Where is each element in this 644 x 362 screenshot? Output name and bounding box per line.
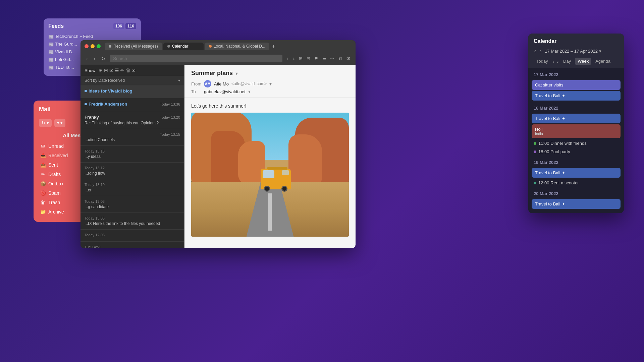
unread-dot xyxy=(85,90,87,92)
mail-subject: ...er xyxy=(85,188,180,192)
nav-icon-5[interactable]: ⚑ xyxy=(313,55,320,62)
table-row[interactable]: Today 13:13 ...y ideas xyxy=(80,146,184,163)
sort-bar: Sort by Date Received ▾ xyxy=(80,76,184,85)
nav-icon-7[interactable]: ✏ xyxy=(329,55,335,62)
filter-button[interactable]: ▾ ▾ xyxy=(54,119,66,127)
tab-icon xyxy=(109,45,111,48)
rss-icon: 📰 xyxy=(48,34,53,39)
feed-name: TED Tal... xyxy=(55,65,74,70)
tab-mail[interactable]: Received (All Messages) xyxy=(105,43,162,50)
nav-icon-8[interactable]: 🗑 xyxy=(337,55,344,62)
reload-button[interactable]: ↻ xyxy=(100,55,107,62)
tab-week[interactable]: Week xyxy=(575,58,591,65)
nav-label: Archive xyxy=(48,209,64,215)
unread-dot xyxy=(85,103,87,105)
sender-name: Franky xyxy=(85,115,99,120)
nav-icon-6[interactable]: ☰ xyxy=(321,55,328,62)
event-dot-icon xyxy=(534,142,536,145)
email-menu-button[interactable]: ▾ xyxy=(235,71,238,76)
email-subject: Summer plans xyxy=(191,70,233,77)
maximize-button[interactable] xyxy=(97,44,101,48)
calendar-day-header: 20 Mar 2022 xyxy=(528,187,624,198)
add-tab-button[interactable]: + xyxy=(271,43,276,50)
feeds-badge-1: 106 xyxy=(113,23,124,29)
rss-icon: 📰 xyxy=(48,42,53,47)
nav-icon-2[interactable]: ↓ xyxy=(291,55,297,62)
drafts-icon: ✏ xyxy=(40,172,46,177)
table-row[interactable]: Today 13:10 ...er xyxy=(80,179,184,196)
table-row[interactable]: Ideas for Vivaldi blog xyxy=(80,85,184,98)
show-dropdown[interactable]: ⊞ ⊟ ✉ ☰ ✏ 🗑 ✉ xyxy=(99,68,136,73)
mail-client: Show: ⊞ ⊟ ✉ ☰ ✏ 🗑 ✉ Sort by Date Receive… xyxy=(80,65,356,248)
mail-subject: ...D: Here's the link to the files you n… xyxy=(85,221,180,226)
calendar-event[interactable]: Travel to Bali ✈ xyxy=(532,168,621,178)
calendar-event[interactable]: Travel to Bali ✈ xyxy=(532,91,621,101)
calendar-panel: Calendar ‹ › 17 Mar 2022 – 17 Apr 2022 ▾… xyxy=(528,34,624,213)
forward-button[interactable]: › xyxy=(92,55,97,62)
calendar-event-dot[interactable]: 12:00 Rent a scooter xyxy=(528,179,624,187)
to-dropdown-button[interactable]: ▾ xyxy=(248,89,251,94)
table-row[interactable]: Franky Today 13:20 Re: Thinking of buyin… xyxy=(80,111,184,129)
calendar-view-tabs: Day Week Agenda xyxy=(560,58,613,65)
nav-label: Trash xyxy=(48,200,60,205)
mail-time: Tue 14:51 xyxy=(85,245,101,248)
cal-prev-nav[interactable]: ‹ xyxy=(552,58,555,65)
cal-next-nav[interactable]: › xyxy=(556,58,559,65)
table-row[interactable]: Today 13:08 ...g candidate xyxy=(80,196,184,213)
calendar-day-header: 17 Mar 2022 xyxy=(528,68,624,79)
rss-icon: 📰 xyxy=(48,65,53,70)
table-row[interactable]: Today 13:06 ...D: Here's the link to the… xyxy=(80,213,184,230)
traffic-lights xyxy=(85,44,101,48)
today-button[interactable]: Today xyxy=(534,58,551,65)
from-dropdown-button[interactable]: ▾ xyxy=(269,81,272,86)
sender-name: Fredrik Andersson xyxy=(85,102,127,107)
mail-time: Today 13:08 xyxy=(85,199,105,203)
sent-icon: 📤 xyxy=(40,162,46,168)
nav-icon-1[interactable]: ↑ xyxy=(285,55,290,62)
tab-label: Received (All Messages) xyxy=(113,44,158,49)
mail-time: Today 12:05 xyxy=(85,233,105,237)
calendar-prev-button[interactable]: ‹ xyxy=(534,48,537,54)
back-button[interactable]: ‹ xyxy=(85,55,90,62)
nav-icon-3[interactable]: ⊞ xyxy=(298,55,304,62)
calendar-event[interactable]: Travel to Bali ✈ xyxy=(532,114,621,123)
table-row[interactable]: Fredrik Andersson Today 13:36 xyxy=(80,98,184,111)
close-button[interactable] xyxy=(85,44,89,48)
calendar-event-dot[interactable]: 11:00 Dinner with friends xyxy=(528,139,624,147)
mail-time: Today 13:36 xyxy=(160,102,180,106)
mail-time: Today 13:10 xyxy=(85,183,105,187)
nav-icons: ↑ ↓ ⊞ ⊟ ⚑ ☰ ✏ 🗑 ✉ xyxy=(285,55,352,62)
mail-subject: ...y ideas xyxy=(85,154,180,159)
sort-dropdown-button[interactable]: ▾ xyxy=(178,78,180,83)
table-row[interactable]: Tue 14:51 @ Tue, Mar 15 2022 13:00 CET xyxy=(80,242,184,248)
nav-label: Received xyxy=(48,153,68,158)
calendar-event[interactable]: Holi India xyxy=(532,124,621,138)
calendar-day-header: 19 Mar 2022 xyxy=(528,156,624,167)
calendar-date-range: 17 Mar 2022 – 17 Apr 2022 ▾ xyxy=(545,49,619,54)
table-row[interactable]: Today 13:12 ...rding flow xyxy=(80,163,184,179)
refresh-button[interactable]: ↻ ▾ xyxy=(39,119,52,127)
tab-day[interactable]: Day xyxy=(560,58,574,65)
unread-icon: ✉ xyxy=(40,143,46,149)
browser-nav: ‹ › ↻ ↑ ↓ ⊞ ⊟ ⚑ ☰ ✏ 🗑 ✉ xyxy=(80,52,356,65)
email-header: Summer plans ▾ From AM Atle Mo <atle@viv… xyxy=(184,65,356,98)
tab-news[interactable]: Local, National, & Global D... xyxy=(205,43,269,50)
calendar-next-button[interactable]: › xyxy=(539,48,542,54)
search-input[interactable] xyxy=(110,55,282,62)
table-row[interactable]: Today 13:15 ...ution Channels xyxy=(80,129,184,146)
calendar-event-dot[interactable]: 18:00 Pool party xyxy=(528,147,624,156)
tab-calendar[interactable]: Calendar xyxy=(163,43,204,50)
outbox-icon: 📦 xyxy=(40,181,46,186)
calendar-header: Calendar ‹ › 17 Mar 2022 – 17 Apr 2022 ▾… xyxy=(528,34,624,68)
table-row[interactable]: Today 12:05 xyxy=(80,230,184,242)
calendar-event[interactable]: Cat sitter visits xyxy=(532,80,621,90)
calendar-event[interactable]: Travel to Bali ✈ xyxy=(532,199,621,209)
nav-icon-9[interactable]: ✉ xyxy=(345,55,352,62)
event-label: 11:00 Dinner with friends xyxy=(538,141,587,146)
nav-icon-4[interactable]: ⊟ xyxy=(305,55,312,62)
tab-agenda[interactable]: Agenda xyxy=(593,58,613,65)
list-item[interactable]: 📰 TechCrunch » Feed xyxy=(48,33,136,40)
email-body: Let's go here this summer! xyxy=(184,98,356,248)
calendar-date-nav: ‹ › 17 Mar 2022 – 17 Apr 2022 ▾ xyxy=(534,48,619,54)
minimize-button[interactable] xyxy=(91,44,95,48)
